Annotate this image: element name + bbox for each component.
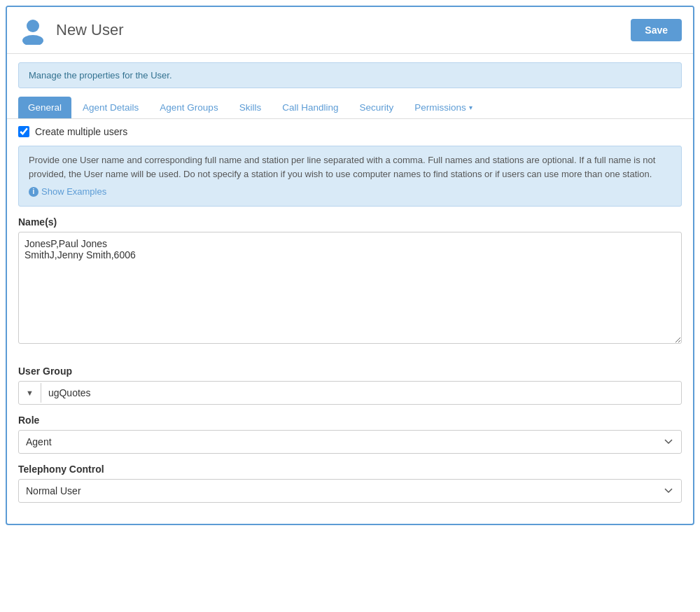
show-examples-link[interactable]: i Show Examples	[29, 185, 671, 199]
create-multiple-row: Create multiple users	[18, 126, 682, 137]
role-section: Role Agent Supervisor Administrator	[18, 415, 682, 454]
show-examples-label[interactable]: Show Examples	[41, 185, 106, 199]
create-multiple-label[interactable]: Create multiple users	[35, 126, 127, 137]
tab-security[interactable]: Security	[349, 97, 403, 118]
tab-general[interactable]: General	[18, 97, 71, 118]
svg-point-0	[27, 20, 39, 32]
main-content: Create multiple users Provide one User n…	[7, 126, 693, 524]
user-group-value: ugQuotes	[41, 382, 681, 404]
role-label: Role	[18, 415, 682, 426]
telephony-select[interactable]: Normal User Advanced User None	[18, 479, 682, 503]
user-group-label: User Group	[18, 366, 682, 377]
role-select[interactable]: Agent Supervisor Administrator	[18, 430, 682, 454]
names-textarea[interactable]: JonesP,Paul Jones SmithJ,Jenny Smith,600…	[18, 232, 682, 344]
tab-skills[interactable]: Skills	[230, 97, 272, 118]
info-icon: i	[29, 187, 38, 197]
page-title: New User	[56, 21, 631, 39]
svg-point-1	[22, 35, 43, 45]
telephony-label: Telephony Control	[18, 464, 682, 475]
user-icon	[18, 15, 48, 45]
tab-agent-groups[interactable]: Agent Groups	[150, 97, 227, 118]
telephony-section: Telephony Control Normal User Advanced U…	[18, 464, 682, 503]
multi-user-info-box: Provide one User name and corresponding …	[18, 146, 682, 207]
names-section: Name(s) JonesP,Paul Jones SmithJ,Jenny S…	[18, 216, 682, 356]
names-label: Name(s)	[18, 216, 682, 228]
user-group-arrow-btn[interactable]: ▼	[19, 383, 41, 403]
info-banner: Manage the properties for the User.	[18, 62, 682, 88]
tabs-nav: General Agent Details Agent Groups Skill…	[7, 97, 693, 119]
tab-call-handling[interactable]: Call Handling	[272, 97, 348, 118]
page-header: New User Save	[7, 7, 693, 54]
permissions-dropdown-arrow: ▾	[469, 104, 472, 111]
tab-agent-details[interactable]: Agent Details	[73, 97, 148, 118]
user-group-row: ▼ ugQuotes	[18, 381, 682, 405]
multi-user-info-text: Provide one User name and corresponding …	[29, 155, 655, 179]
info-banner-text: Manage the properties for the User.	[29, 70, 172, 81]
save-button[interactable]: Save	[631, 19, 682, 41]
user-group-section: User Group ▼ ugQuotes	[18, 366, 682, 405]
create-multiple-checkbox[interactable]	[18, 126, 29, 137]
tab-permissions[interactable]: Permissions ▾	[405, 97, 482, 118]
